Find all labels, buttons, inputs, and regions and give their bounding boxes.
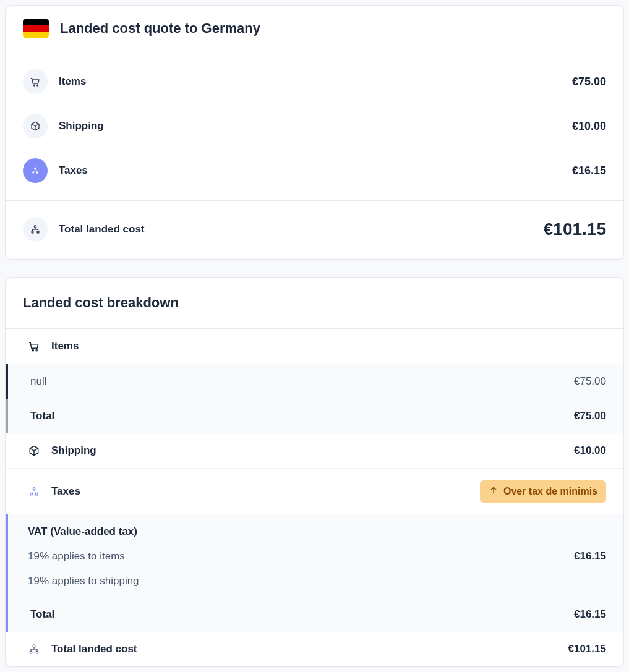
vat-line-value: €16.15 — [574, 550, 606, 563]
svg-point-11 — [30, 493, 32, 495]
taxes-icon — [23, 158, 48, 183]
svg-rect-5 — [35, 226, 36, 228]
vat-label: VAT (Value-added tax) — [8, 517, 623, 544]
summary-rows: Items €75.00 Shipping €10.00 Taxes €16.1… — [6, 53, 623, 201]
summary-total: Total landed cost €101.15 — [6, 201, 623, 259]
total-value: €101.15 — [568, 643, 606, 655]
breakdown-items-head: Items — [6, 329, 623, 364]
package-icon — [23, 114, 48, 138]
section-label: Shipping — [51, 444, 96, 457]
summary-title: Landed cost quote to Germany — [60, 20, 260, 36]
breakdown-taxes-head: Taxes Over tax de minimis — [6, 469, 623, 514]
svg-rect-14 — [30, 651, 32, 653]
vat-line-label: 19% applies to shipping — [28, 575, 139, 587]
hierarchy-icon — [28, 643, 40, 655]
breakdown-item-row: null €75.00 — [6, 364, 623, 399]
row-label: Shipping — [59, 120, 104, 132]
breakdown-vat-group: VAT (Value-added tax) 19% applies to ite… — [6, 514, 623, 597]
svg-rect-12 — [36, 493, 38, 495]
breakdown-title: Landed cost breakdown — [23, 295, 606, 311]
vat-line-label: 19% applies to items — [28, 550, 125, 563]
total-value: €75.00 — [574, 410, 606, 422]
summary-card: Landed cost quote to Germany Items €75.0… — [5, 5, 624, 260]
section-label: Items — [51, 340, 79, 352]
svg-point-2 — [34, 168, 36, 169]
svg-point-8 — [32, 350, 33, 351]
total-label: Total — [30, 410, 54, 422]
row-label: Taxes — [59, 164, 88, 177]
taxes-icon — [28, 485, 40, 498]
tax-de-minimis-badge: Over tax de minimis — [480, 480, 606, 503]
breakdown-total: Total landed cost €101.15 — [6, 632, 623, 666]
arrow-up-icon — [489, 485, 498, 498]
svg-rect-15 — [36, 651, 38, 653]
svg-point-1 — [37, 85, 38, 86]
summary-row-taxes: Taxes €16.15 — [23, 148, 606, 193]
svg-rect-7 — [37, 231, 39, 233]
item-label: null — [30, 375, 46, 388]
badge-text: Over tax de minimis — [503, 486, 597, 497]
hierarchy-icon — [23, 217, 48, 242]
total-label: Total — [30, 608, 54, 621]
cart-icon — [23, 69, 48, 94]
item-value: €75.00 — [574, 375, 606, 388]
breakdown-card: Landed cost breakdown Items null €75.00 … — [5, 277, 624, 667]
total-label: Total landed cost — [59, 223, 145, 236]
summary-row-shipping: Shipping €10.00 — [23, 104, 606, 148]
cart-icon — [28, 340, 40, 352]
row-value: €16.15 — [572, 164, 606, 177]
summary-row-items: Items €75.00 — [23, 59, 606, 104]
summary-total-row: Total landed cost €101.15 — [23, 207, 606, 252]
svg-point-9 — [36, 350, 37, 351]
total-value: €101.15 — [544, 219, 606, 239]
row-label: Items — [59, 75, 86, 88]
svg-rect-13 — [33, 645, 35, 647]
total-label: Total landed cost — [51, 643, 137, 655]
row-value: €75.00 — [572, 75, 606, 88]
breakdown-shipping-head: Shipping €10.00 — [6, 433, 623, 469]
germany-flag-icon — [23, 19, 49, 38]
svg-rect-6 — [32, 231, 33, 233]
section-label: Taxes — [51, 485, 80, 498]
breakdown-items-total: Total €75.00 — [6, 399, 623, 433]
vat-line: 19% applies to shipping — [8, 569, 623, 593]
summary-header: Landed cost quote to Germany — [6, 6, 623, 53]
total-value: €16.15 — [574, 608, 606, 621]
svg-point-10 — [33, 488, 35, 490]
breakdown-header: Landed cost breakdown — [6, 278, 623, 329]
package-icon — [28, 444, 40, 457]
row-value: €10.00 — [572, 120, 606, 133]
shipping-value: €10.00 — [574, 444, 606, 457]
breakdown-taxes-total: Total €16.15 — [6, 597, 623, 632]
svg-point-0 — [34, 85, 35, 86]
vat-line: 19% applies to items €16.15 — [8, 544, 623, 569]
